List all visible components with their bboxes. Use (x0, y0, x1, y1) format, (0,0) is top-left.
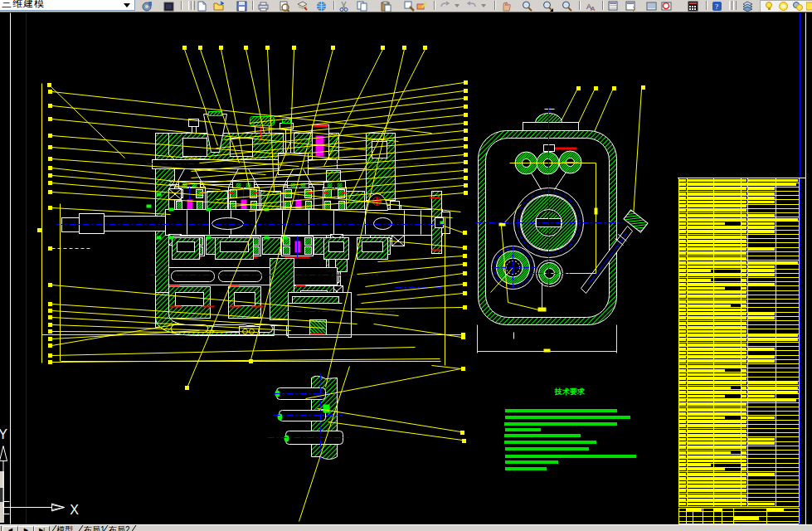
svg-text:布局2: 布局2 (108, 525, 130, 531)
svg-text:模型: 模型 (56, 525, 73, 531)
svg-text:Y: Y (0, 427, 7, 441)
svg-text:?: ? (715, 2, 718, 11)
svg-text:技术要求: 技术要求 (554, 387, 586, 396)
svg-text:A: A (591, 5, 596, 12)
svg-text:X: X (70, 503, 79, 517)
svg-text:布局1: 布局1 (83, 525, 105, 531)
